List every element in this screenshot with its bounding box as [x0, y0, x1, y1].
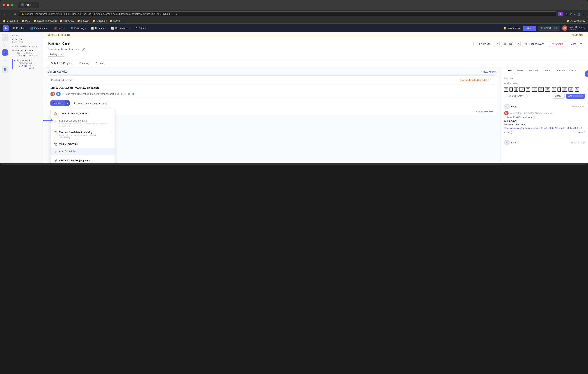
bold-button[interactable]: B	[504, 87, 508, 92]
info-icon-1[interactable]: i	[533, 116, 536, 119]
add-button[interactable]: + Add ▾	[523, 26, 536, 31]
reply-button-1[interactable]: ↩ Reply	[504, 131, 513, 134]
tab-list-dropdown[interactable]: ⌄	[583, 4, 585, 6]
tab-summary[interactable]: Summary	[76, 60, 93, 67]
bookmark-pmm[interactable]: 📁 PMM	[21, 20, 31, 22]
bullet-list-button[interactable]: •	[557, 87, 561, 92]
tab-resume[interactable]: Resume	[93, 60, 108, 67]
bookmark-ta-leaders[interactable]: 📁 TA leaders	[93, 20, 107, 22]
note-input[interactable]: Add a note...	[504, 81, 585, 87]
tab-close-icon[interactable]: ✕	[34, 4, 36, 6]
extension-icon-2[interactable]: A	[565, 12, 568, 16]
add-tags-button[interactable]: Add tags... ▾	[48, 52, 64, 57]
tab-referrals[interactable]: Referrals	[553, 67, 567, 74]
maximize-button[interactable]	[10, 4, 13, 6]
nav-admin[interactable]: ⚙ Admin	[133, 25, 148, 31]
bookmark-specs[interactable]: 📁 Specs	[110, 20, 120, 22]
link-button[interactable]: 🔗	[562, 87, 567, 92]
tab-notes[interactable]: Notes	[514, 67, 525, 74]
linkedin-icon[interactable]: in	[78, 48, 80, 51]
feed-link-1[interactable]: https://you.ashbyhq.com/meeting/4d684a9a…	[504, 127, 585, 129]
underline-button[interactable]: U	[514, 87, 518, 92]
view-job-link-1[interactable]: View Job →	[17, 54, 28, 57]
search-button[interactable]: 🔍 Search ⌘K	[538, 26, 560, 31]
ordered-list-button[interactable]: 1.	[552, 87, 556, 92]
new-interview-button[interactable]: + New Interview	[476, 110, 494, 113]
bold-alt-button[interactable]: B	[575, 87, 579, 92]
blockquote-button[interactable]: ☰	[526, 87, 530, 92]
bookmark-recurring[interactable]: 📁 Recurring meetings	[33, 20, 57, 22]
dropdown-request-availability[interactable]: 📅 Request Candidate Availability Ask for…	[51, 129, 115, 140]
active-tab[interactable]: A Ashby ✕	[18, 2, 39, 8]
nav-dashboards[interactable]: 📈 Dashboards ▾	[109, 25, 132, 31]
h3-button[interactable]: H3	[545, 87, 550, 92]
change-stage-button[interactable]: >> Change Stage	[522, 41, 547, 47]
user-profile[interactable]: JO Jane Ortega Nocobird ▾	[562, 25, 585, 31]
browser-extension-icons: ⚡ A ⊕ ⬇ 👤 ⋮	[558, 12, 585, 16]
app-logo[interactable]: A	[3, 25, 9, 31]
menu-icon[interactable]: ⋮	[582, 12, 585, 16]
bookmark-strategy[interactable]: 📁 Strategy	[77, 20, 89, 22]
card-more-button[interactable]: •••	[490, 78, 494, 82]
code-button[interactable]: <>	[519, 87, 525, 92]
candidate-panel-icon[interactable]: 👤	[1, 66, 8, 73]
link-icon[interactable]: 🔗	[82, 48, 85, 51]
add-note-submit-button[interactable]: Add ⌘+Enter	[566, 94, 585, 98]
private-checkbox[interactable]	[504, 95, 507, 97]
bookmark-onboarding[interactable]: 📁 Onboarding	[3, 20, 19, 22]
nav-candidates[interactable]: 👥 Candidates ▾	[28, 25, 51, 31]
more-dropdown[interactable]: ▾	[579, 41, 583, 47]
dropdown-manual-schedule[interactable]: 📆 Manual schedule	[51, 140, 115, 148]
more-button-1[interactable]: More ∨	[578, 131, 585, 134]
email-dropdown[interactable]: ▾	[516, 41, 521, 47]
nav-sourcing[interactable]: 🔍 Sourcing ▾	[68, 25, 88, 31]
mention-button[interactable]: @	[568, 87, 573, 92]
minimize-button[interactable]	[7, 4, 9, 6]
tab-activities-progress[interactable]: Activities & Progress	[48, 60, 76, 67]
url-bar[interactable]: 🔒 app.ashbyhq.com/schedules/64247023-330…	[19, 11, 556, 16]
nav-jobs[interactable]: 💼 Jobs ▾	[52, 25, 67, 31]
h2-button[interactable]: H2	[538, 87, 544, 92]
all-bookmarks-button[interactable]: 📁 All Bookmarks	[567, 20, 585, 22]
dropdown-item-content: Send Direct Booking Link Send the interv…	[59, 119, 112, 127]
nav-pipeline[interactable]: ⊞ Pipeline	[11, 25, 27, 31]
schedule-dropdown-arrow[interactable]: ▾	[65, 100, 70, 106]
archive-button[interactable]: 🗃 Archive	[549, 41, 566, 47]
follow-up-button[interactable]: ↩ Follow Up...	[473, 41, 495, 47]
close-panel-icon[interactable]: ✕	[1, 49, 8, 56]
manual-schedule-icon: 📆	[54, 143, 57, 146]
history-icon[interactable]: ↺	[1, 34, 8, 41]
nav-reports[interactable]: 📊 Reports ▾	[89, 25, 108, 31]
view-job-link-2[interactable]: View Job →	[19, 64, 29, 69]
extension-icon-1[interactable]: ⚡	[558, 12, 563, 16]
dropdown-auto-schedule[interactable]: ⚡ Auto Schedule	[51, 148, 115, 155]
tab-feedback[interactable]: Feedback	[525, 67, 541, 74]
italic-button[interactable]: I	[509, 87, 513, 92]
new-activity-button[interactable]: + New Activity	[481, 70, 496, 73]
close-button[interactable]	[3, 4, 5, 6]
back-panel-icon[interactable]: ◁	[1, 57, 8, 64]
more-button[interactable]: More	[567, 41, 579, 47]
email-button[interactable]: ✉ Email	[501, 41, 516, 47]
schedule-dropdown-menu: 📋 Create Scheduling Request ⚡ Send Direc…	[50, 109, 115, 163]
bookmark-resources[interactable]: 📁 Resources	[60, 20, 74, 22]
dropdown-view-all-options[interactable]: 🔗 View All Scheduling Options	[51, 157, 115, 163]
tab-emails[interactable]: Emails	[541, 67, 553, 74]
follow-up-dropdown[interactable]: ▾	[495, 41, 500, 47]
download-icon[interactable]: ⬇	[574, 12, 576, 16]
new-tab-button[interactable]: +	[40, 4, 42, 8]
forward-button[interactable]: ›	[8, 12, 10, 16]
create-request-button[interactable]: ⊕ Create Scheduling Request	[71, 100, 109, 106]
info-button[interactable]: i	[525, 95, 528, 97]
profile-icon[interactable]: 👤	[578, 12, 581, 16]
extension-icon-3[interactable]: ⊕	[570, 12, 572, 16]
tab-forms[interactable]: Forms	[567, 67, 578, 74]
schedule-button[interactable]: Schedule	[50, 100, 65, 106]
dropdown-create-request[interactable]: 📋 Create Scheduling Request	[51, 110, 115, 118]
cancel-note-button[interactable]: Cancel	[553, 94, 565, 98]
tab-feed[interactable]: Feed	[504, 67, 514, 74]
back-button[interactable]: ‹	[3, 12, 6, 16]
notifications-button[interactable]: 🔔 Notifications	[504, 27, 521, 30]
h1-button[interactable]: H1	[532, 87, 537, 92]
refresh-button[interactable]: ↻	[13, 12, 17, 16]
